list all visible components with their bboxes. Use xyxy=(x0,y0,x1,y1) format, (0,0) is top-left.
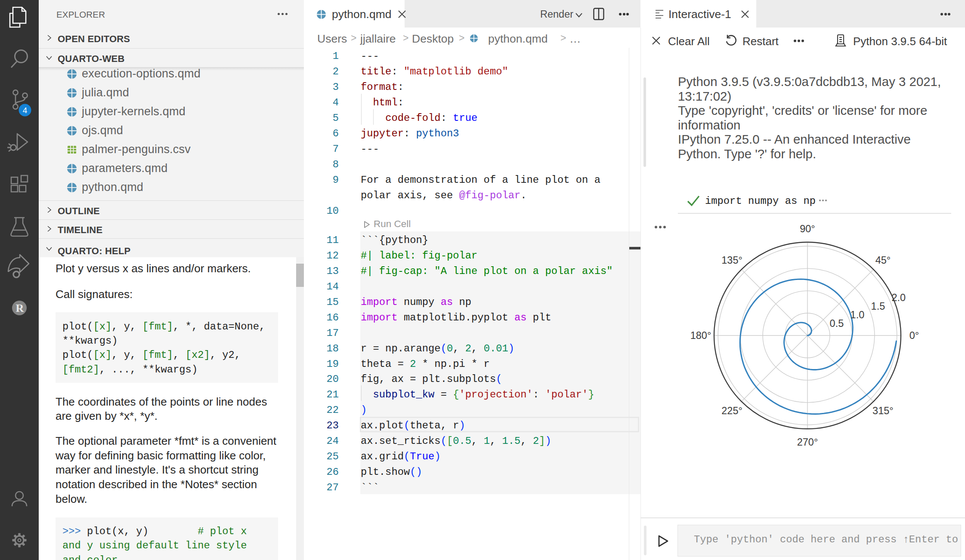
svg-text:45°: 45° xyxy=(875,255,891,266)
svg-text:2.0: 2.0 xyxy=(891,292,906,303)
svg-text:1.0: 1.0 xyxy=(851,309,865,320)
svg-text:0.5: 0.5 xyxy=(830,318,844,329)
svg-text:315°: 315° xyxy=(872,405,894,416)
svg-text:180°: 180° xyxy=(690,330,711,341)
svg-text:135°: 135° xyxy=(721,255,742,266)
svg-text:225°: 225° xyxy=(721,405,742,416)
svg-text:0°: 0° xyxy=(909,330,919,341)
svg-text:1.5: 1.5 xyxy=(871,301,885,312)
svg-text:270°: 270° xyxy=(797,437,818,448)
svg-text:90°: 90° xyxy=(800,223,815,234)
